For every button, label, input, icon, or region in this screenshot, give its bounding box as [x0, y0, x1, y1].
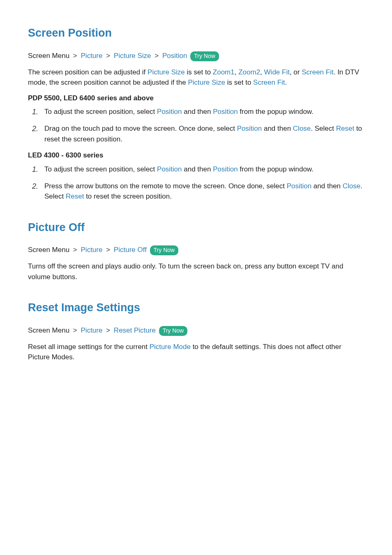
- section-screen-position: Screen Position Screen Menu > Picture > …: [28, 25, 364, 202]
- term-position: Position: [287, 182, 311, 190]
- breadcrumb-sep: >: [73, 246, 77, 254]
- breadcrumb-picture-off: Screen Menu > Picture > Picture Off Try …: [28, 245, 364, 255]
- breadcrumb-root: Screen Menu: [28, 52, 69, 60]
- breadcrumb-sep: >: [154, 52, 159, 60]
- term-wide-fit: Wide Fit: [264, 68, 290, 76]
- term-picture-size: Picture Size: [188, 79, 225, 86]
- heading-picture-off: Picture Off: [28, 219, 364, 236]
- breadcrumb-root: Screen Menu: [28, 326, 69, 334]
- heading-reset-image: Reset Image Settings: [28, 299, 364, 316]
- term-close: Close: [293, 125, 311, 132]
- step-number: 2.: [32, 123, 44, 144]
- breadcrumb-sep: >: [73, 52, 77, 60]
- term-screen-fit: Screen Fit: [302, 68, 333, 76]
- term-position: Position: [157, 108, 182, 116]
- term-zoom2: Zoom2: [238, 68, 260, 76]
- breadcrumb-sep: >: [73, 326, 77, 334]
- term-close: Close: [343, 182, 360, 190]
- step-number: 2.: [32, 181, 44, 202]
- breadcrumb-picture[interactable]: Picture: [81, 52, 103, 60]
- heading-screen-position: Screen Position: [28, 25, 364, 42]
- step-text: To adjust the screen position, select Po…: [44, 164, 364, 175]
- term-reset: Reset: [336, 125, 354, 132]
- term-picture-mode: Picture Mode: [150, 343, 191, 351]
- term-position: Position: [157, 165, 182, 173]
- breadcrumb-reset-image: Screen Menu > Picture > Reset Picture Tr…: [28, 325, 364, 336]
- step-text: Drag on the touch pad to move the screen…: [44, 123, 364, 144]
- sub-heading-led-4300: LED 4300 - 6300 series: [28, 150, 364, 161]
- breadcrumb-sep: >: [106, 326, 110, 334]
- term-zoom1: Zoom1: [213, 68, 235, 76]
- steps-list-1: 1. To adjust the screen position, select…: [28, 106, 364, 144]
- paragraph: Reset all image settings for the current…: [28, 342, 364, 363]
- breadcrumb-root: Screen Menu: [28, 246, 69, 254]
- steps-list-2: 1. To adjust the screen position, select…: [28, 164, 364, 202]
- step-number: 1.: [32, 164, 44, 175]
- try-now-button[interactable]: Try Now: [159, 326, 188, 336]
- step-item: 2. Drag on the touch pad to move the scr…: [32, 123, 364, 144]
- step-number: 1.: [32, 106, 44, 118]
- step-text: To adjust the screen position, select Po…: [44, 106, 364, 118]
- breadcrumb-screen-position: Screen Menu > Picture > Picture Size > P…: [28, 51, 364, 61]
- breadcrumb-reset-picture[interactable]: Reset Picture: [114, 326, 156, 334]
- section-picture-off: Picture Off Screen Menu > Picture > Pict…: [28, 219, 364, 282]
- breadcrumb-sep: >: [106, 246, 110, 254]
- paragraph: Turns off the screen and plays audio onl…: [28, 261, 364, 282]
- try-now-button[interactable]: Try Now: [150, 245, 179, 255]
- step-text: Press the arrow buttons on the remote to…: [44, 181, 364, 202]
- term-position: Position: [237, 125, 262, 132]
- term-picture-size: Picture Size: [148, 68, 185, 76]
- step-item: 1. To adjust the screen position, select…: [32, 164, 364, 175]
- breadcrumb-picture-off[interactable]: Picture Off: [114, 246, 147, 254]
- breadcrumb-position[interactable]: Position: [162, 52, 187, 60]
- term-reset: Reset: [66, 192, 84, 200]
- term-screen-fit: Screen Fit: [253, 79, 285, 86]
- step-item: 2. Press the arrow buttons on the remote…: [32, 181, 364, 202]
- term-position: Position: [213, 108, 238, 116]
- section-reset-image: Reset Image Settings Screen Menu > Pictu…: [28, 299, 364, 363]
- term-position: Position: [213, 165, 238, 173]
- try-now-button[interactable]: Try Now: [190, 51, 219, 61]
- breadcrumb-sep: >: [106, 52, 110, 60]
- breadcrumb-picture[interactable]: Picture: [81, 246, 103, 254]
- sub-heading-pdp-5500: PDP 5500, LED 6400 series and above: [28, 93, 364, 104]
- breadcrumb-picture[interactable]: Picture: [81, 326, 103, 334]
- paragraph: The screen position can be adjusted if P…: [28, 67, 364, 88]
- step-item: 1. To adjust the screen position, select…: [32, 106, 364, 118]
- breadcrumb-picture-size[interactable]: Picture Size: [114, 52, 151, 60]
